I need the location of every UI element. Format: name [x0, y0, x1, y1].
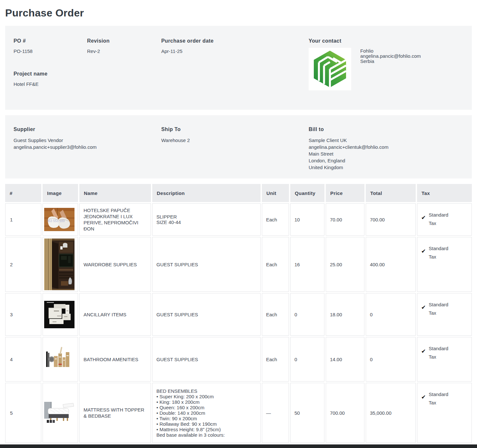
col-header-image: Image [43, 184, 78, 202]
cell-total: 0 [366, 337, 416, 382]
revision-block: Revision Rev-2 [87, 38, 161, 90]
tax-label: Standard Tax [429, 390, 451, 407]
cell-total: 400.00 [366, 237, 416, 292]
cell-description: BED ENSEMBLES• Super King: 200 x 200cm• … [152, 383, 261, 443]
cell-name: HOTELSKE PAPUČE JEDNOKRATNE I LUX PERIVE… [79, 203, 151, 236]
cell-tax: ✔ Standard Tax [417, 237, 472, 292]
cell-price: 70.00 [326, 203, 364, 236]
tax-checkmark-icon: ✔ [421, 348, 426, 361]
tax-checkmark-icon: ✔ [421, 304, 426, 317]
table-row: 4 [5, 337, 472, 382]
cell-name: ANCILLARY ITEMS [79, 293, 151, 336]
tax-label: Standard Tax [429, 344, 451, 361]
cell-name: MATTRESS WITH TOPPER & BEDBASE [79, 383, 151, 443]
cell-price: 18.00 [326, 293, 364, 336]
line-items-table: # Image Name Description Unit Quantity P… [4, 183, 473, 444]
cell-image: 063 553 189 [43, 203, 78, 236]
table-row: 1 063 553 189 HOTELS [5, 203, 472, 236]
contact-name: Fohlio [360, 48, 421, 54]
tax-label: Standard Tax [429, 244, 451, 261]
cell-num: 1 [5, 203, 41, 236]
bill-to-lines: Sample Client UKangelina.pancic+clientuk… [309, 137, 472, 171]
tax-label: Standard Tax [429, 211, 451, 228]
cell-unit: Each [262, 203, 289, 236]
table-row: 2 [5, 237, 472, 292]
cell-price: 25.00 [326, 237, 364, 292]
order-info-panel: PO # PO-1158 Project name Hotel FF&E Rev… [5, 26, 472, 110]
ship-to-block: Ship To Warehouse 2 [161, 127, 309, 171]
company-logo-box [309, 48, 351, 90]
contact-details: Fohlio angelina.pancic@fohlio.com Serbia [360, 48, 421, 90]
cell-total: 0 [366, 293, 416, 336]
cell-name: WARDROBE SUPPLIES [79, 237, 151, 292]
contact-country: Serbia [360, 59, 421, 64]
cell-num: 3 [5, 293, 41, 336]
bill-to-label: Bill to [309, 127, 472, 132]
page-bottom-bar [0, 444, 477, 448]
cell-unit: Each [262, 237, 289, 292]
table-header-row: # Image Name Description Unit Quantity P… [5, 184, 472, 202]
cell-price: 700.00 [326, 383, 364, 443]
po-number-block: PO # PO-1158 Project name Hotel FF&E [14, 38, 87, 90]
col-header-tax: Tax [417, 184, 472, 202]
cell-tax: ✔ Standard Tax [417, 293, 472, 336]
cell-quantity: 0 [290, 293, 324, 336]
cell-tax: ✔ Standard Tax [417, 203, 472, 236]
bathroom-product-image [44, 345, 70, 373]
cell-total: 700.00 [366, 203, 416, 236]
tax-checkmark-icon: ✔ [421, 214, 426, 228]
contact-label: Your contact [309, 38, 472, 44]
po-number-value: PO-1158 [14, 48, 87, 54]
project-name-block: Project name Hotel FF&E [14, 71, 87, 87]
wardrobe-product-image [44, 239, 75, 290]
supplier-block: Supplier Guest Supplies Vendorangelina.p… [14, 127, 161, 171]
cell-unit: — [262, 383, 289, 443]
cell-image [43, 237, 78, 292]
table-row: 3 ANCILLARY ITEMS GUEST [5, 293, 472, 336]
cell-quantity: 50 [290, 383, 324, 443]
col-header-quantity: Quantity [290, 184, 324, 202]
order-date-block: Purchase order date Apr-11-25 [161, 38, 309, 90]
cell-image [43, 337, 78, 382]
svg-text:063 553 189: 063 553 189 [47, 219, 65, 223]
revision-value: Rev-2 [87, 48, 161, 54]
cell-num: 5 [5, 383, 41, 443]
col-header-total: Total [366, 184, 416, 202]
cell-total: 35,000.00 [366, 383, 416, 443]
slippers-product-image: 063 553 189 [44, 208, 75, 231]
ship-to-lines: Warehouse 2 [161, 137, 309, 144]
page-title: Purchase Order [5, 7, 477, 19]
parties-panel: Supplier Guest Supplies Vendorangelina.p… [5, 115, 472, 178]
col-header-description: Description [152, 184, 261, 202]
cell-quantity: 10 [290, 203, 324, 236]
mattress-product-image [44, 402, 75, 424]
contact-row: Fohlio angelina.pancic@fohlio.com Serbia [309, 48, 472, 90]
cell-num: 2 [5, 237, 41, 292]
tax-checkmark-icon: ✔ [421, 394, 426, 407]
cell-tax: ✔ Standard Tax [417, 383, 472, 443]
order-date-value: Apr-11-25 [161, 48, 309, 54]
contact-block: Your contact [309, 38, 472, 90]
cell-image [43, 383, 78, 443]
project-name-value: Hotel FF&E [14, 81, 87, 87]
project-name-label: Project name [14, 71, 87, 77]
col-header-name: Name [79, 184, 151, 202]
tax-checkmark-icon: ✔ [421, 248, 426, 261]
ancillary-product-image [44, 301, 75, 328]
cell-price: 14.00 [326, 337, 364, 382]
ship-to-label: Ship To [161, 127, 309, 132]
cell-name: BATHROOM AMENITIES [79, 337, 151, 382]
order-date-label: Purchase order date [161, 38, 309, 44]
cell-description: GUEST SUPPLIES [152, 237, 261, 292]
cell-quantity: 0 [290, 337, 324, 382]
parties-grid: Supplier Guest Supplies Vendorangelina.p… [14, 127, 472, 171]
table-row: 5 MATTRE [5, 383, 472, 443]
contact-email: angelina.pancic@fohlio.com [360, 54, 421, 59]
cell-unit: Each [262, 293, 289, 336]
col-header-num: # [5, 184, 41, 202]
order-info-grid: PO # PO-1158 Project name Hotel FF&E Rev… [14, 38, 472, 90]
tax-label: Standard Tax [429, 300, 451, 317]
bill-to-block: Bill to Sample Client UKangelina.pancic+… [309, 127, 472, 171]
cell-description: GUEST SUPPLIES [152, 293, 261, 336]
cell-num: 4 [5, 337, 41, 382]
